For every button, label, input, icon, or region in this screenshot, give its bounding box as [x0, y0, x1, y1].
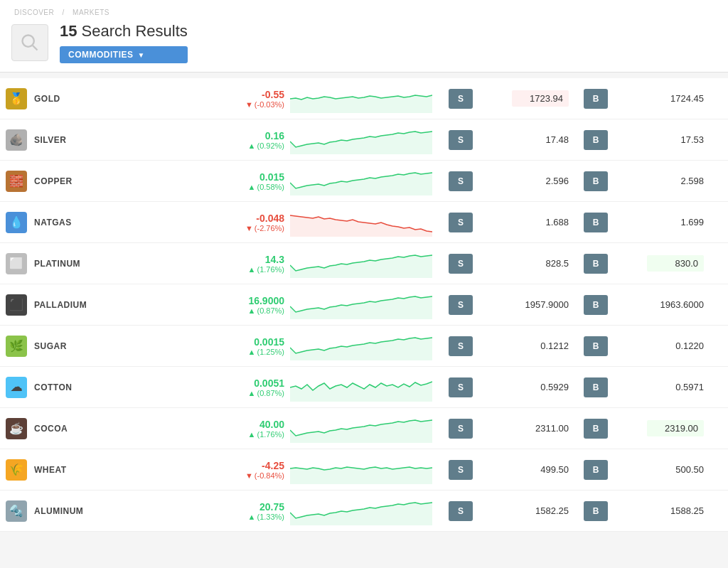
- breadcrumb-markets: MARKETS: [73, 9, 109, 16]
- buy-price: 1588.25: [617, 505, 710, 516]
- sell-price: 499.50: [482, 464, 574, 475]
- sell-button-cell: S: [439, 377, 482, 397]
- buy-price-value: 1724.45: [647, 93, 704, 104]
- sell-button[interactable]: S: [449, 213, 473, 232]
- svg-line-1: [33, 45, 37, 50]
- commodity-icon: 🔩: [6, 500, 27, 522]
- commodity-icon: 🪨: [6, 129, 27, 151]
- change-percent: ▲ (1.33%): [205, 513, 284, 521]
- commodity-change: 0.16 ▲ (0.92%): [205, 130, 290, 150]
- results-count: 15 Search Results: [60, 22, 188, 41]
- sell-button[interactable]: S: [449, 419, 473, 439]
- commodities-filter-button[interactable]: COMMODITIES ▼: [60, 46, 188, 63]
- breadcrumb: DISCOVER / MARKETS: [11, 9, 717, 16]
- sell-button-cell: S: [439, 501, 482, 521]
- buy-price: 830.0: [617, 255, 710, 272]
- sell-button[interactable]: S: [449, 377, 473, 397]
- buy-button[interactable]: B: [584, 213, 608, 232]
- sell-price: 1582.25: [482, 505, 574, 516]
- buy-price: 2319.00: [617, 420, 710, 436]
- buy-price-value: 0.5971: [647, 382, 704, 392]
- sell-button[interactable]: S: [449, 295, 473, 315]
- buy-button[interactable]: B: [584, 254, 608, 274]
- commodity-icon: 🥇: [6, 88, 27, 109]
- breadcrumb-discover: DISCOVER: [14, 9, 54, 16]
- results-info: 15 Search Results COMMODITIES ▼: [60, 22, 188, 63]
- buy-price: 17.53: [617, 134, 710, 145]
- table-row: 🥇 GOLD -0.55 ▼ (-0.03%) S 1723.94 B 1724…: [0, 78, 728, 119]
- commodity-change: 20.75 ▲ (1.33%): [205, 501, 290, 521]
- change-percent: ▼ (-2.76%): [205, 224, 284, 232]
- sell-button-cell: S: [439, 336, 482, 356]
- sell-price-value: 17.48: [512, 134, 569, 145]
- buy-button[interactable]: B: [584, 89, 608, 109]
- buy-price: 1.699: [617, 217, 710, 227]
- change-arrow-icon: ▲: [248, 389, 256, 397]
- commodity-label: SUGAR: [34, 341, 67, 351]
- sell-price-value: 828.5: [512, 258, 569, 269]
- commodity-name: ☁ COTTON: [6, 377, 205, 398]
- buy-button[interactable]: B: [584, 419, 608, 439]
- commodity-icon: 🧱: [6, 171, 27, 192]
- sell-button[interactable]: S: [449, 501, 473, 521]
- buy-button[interactable]: B: [584, 460, 608, 480]
- commodity-change: 0.015 ▲ (0.58%): [205, 171, 290, 191]
- commodity-label: COCOA: [34, 424, 68, 434]
- buy-button[interactable]: B: [584, 377, 608, 397]
- sell-price: 1.688: [482, 217, 574, 227]
- commodity-change: -0.55 ▼ (-0.03%): [205, 89, 290, 109]
- sell-price-value: 0.1212: [512, 341, 569, 351]
- sell-button[interactable]: S: [449, 336, 473, 356]
- buy-price: 0.1220: [617, 341, 710, 351]
- commodity-icon: ☁: [6, 377, 27, 398]
- sell-price-value: 499.50: [512, 464, 569, 475]
- commodity-name: 🪨 SILVER: [6, 129, 205, 151]
- buy-button[interactable]: B: [584, 171, 608, 191]
- buy-button[interactable]: B: [584, 501, 608, 521]
- buy-button-cell: B: [574, 89, 617, 109]
- sell-button-cell: S: [439, 89, 482, 109]
- sell-button-cell: S: [439, 130, 482, 150]
- commodity-chart: [290, 167, 439, 195]
- change-arrow-icon: ▲: [248, 141, 256, 150]
- commodity-chart: [290, 456, 439, 484]
- buy-button[interactable]: B: [584, 130, 608, 150]
- buy-price-value: 1588.25: [647, 505, 704, 516]
- table-row: ☁ COTTON 0.0051 ▲ (0.87%) S 0.5929 B 0.5…: [0, 367, 728, 408]
- sell-button[interactable]: S: [449, 89, 473, 109]
- sell-button[interactable]: S: [449, 254, 473, 274]
- sell-price-value: 1957.9000: [512, 299, 569, 310]
- commodity-chart: [290, 85, 439, 113]
- sell-price-value: 2311.00: [512, 423, 569, 434]
- change-percent: ▼ (-0.84%): [205, 471, 284, 480]
- change-percent: ▲ (0.87%): [205, 389, 284, 397]
- buy-price: 0.5971: [617, 382, 710, 392]
- sparkline-chart: [290, 250, 432, 278]
- commodity-icon: ☕: [6, 418, 27, 439]
- change-arrow-icon: ▲: [248, 183, 256, 191]
- commodity-chart: [290, 208, 439, 237]
- commodity-name: ⬜ PLATINUM: [6, 253, 205, 274]
- sell-price: 828.5: [482, 258, 574, 269]
- commodity-label: GOLD: [34, 94, 60, 104]
- buy-price-value: 0.1220: [647, 341, 704, 351]
- change-value: 20.75: [205, 501, 284, 513]
- sell-button[interactable]: S: [449, 171, 473, 191]
- sell-button-cell: S: [439, 419, 482, 439]
- buy-button[interactable]: B: [584, 336, 608, 356]
- commodity-chart: [290, 414, 439, 443]
- table-row: 💧 NATGAS -0.048 ▼ (-2.76%) S 1.688 B 1.6…: [0, 202, 728, 243]
- sell-button[interactable]: S: [449, 460, 473, 480]
- commodity-label: ALUMINUM: [34, 506, 83, 516]
- sell-price: 1957.9000: [482, 299, 574, 310]
- sparkline-chart: [290, 497, 432, 525]
- change-value: 14.3: [205, 254, 284, 265]
- buy-price-value: 1.699: [647, 217, 704, 227]
- buy-button[interactable]: B: [584, 295, 608, 315]
- sparkline-chart: [290, 456, 432, 484]
- change-value: 40.00: [205, 419, 284, 430]
- change-arrow-icon: ▲: [248, 430, 256, 439]
- buy-button-cell: B: [574, 130, 617, 150]
- table-row: ⬛ PALLADIUM 16.9000 ▲ (0.87%) S 1957.900…: [0, 284, 728, 326]
- sell-button[interactable]: S: [449, 130, 473, 150]
